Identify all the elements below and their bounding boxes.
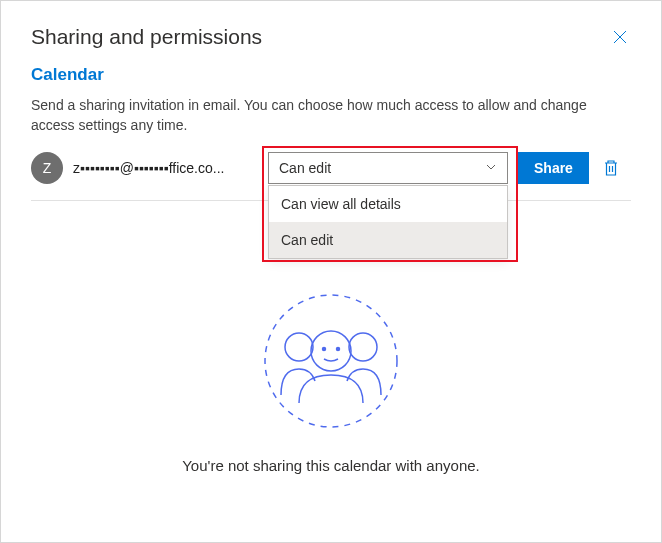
avatar: Z [31, 152, 63, 184]
chevron-down-icon [485, 160, 497, 176]
permission-option-edit[interactable]: Can edit [269, 222, 507, 258]
svg-point-1 [285, 333, 313, 361]
svg-point-5 [337, 347, 340, 350]
svg-point-4 [323, 347, 326, 350]
share-invitation-row: Z z▪▪▪▪▪▪▪▪@▪▪▪▪▪▪▪ffice.co... Can edit … [31, 152, 631, 201]
trash-icon [603, 159, 619, 177]
permission-dropdown: Can view all details Can edit [268, 185, 508, 259]
dialog-title: Sharing and permissions [31, 25, 262, 49]
permission-selected-value: Can edit [279, 160, 331, 176]
svg-point-3 [311, 331, 351, 371]
permission-option-view-details[interactable]: Can view all details [269, 186, 507, 222]
svg-point-2 [349, 333, 377, 361]
close-icon [613, 30, 627, 44]
close-button[interactable] [609, 26, 631, 48]
empty-state-message: You're not sharing this calendar with an… [182, 457, 480, 474]
delete-button[interactable] [599, 159, 623, 177]
empty-state-people-icon [251, 291, 411, 435]
permission-select[interactable]: Can edit [268, 152, 508, 184]
sharing-description: Send a sharing invitation in email. You … [31, 95, 631, 136]
share-button[interactable]: Share [518, 152, 589, 184]
calendar-heading: Calendar [31, 65, 631, 85]
recipient-email: z▪▪▪▪▪▪▪▪@▪▪▪▪▪▪▪ffice.co... [73, 160, 258, 176]
